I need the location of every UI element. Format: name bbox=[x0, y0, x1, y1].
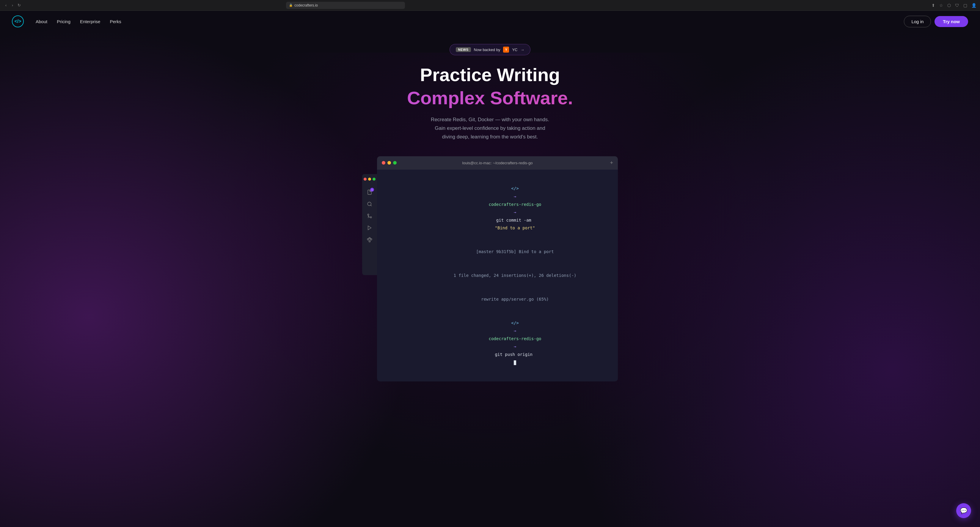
logo[interactable]: </> bbox=[12, 16, 24, 27]
sidebar-extensions-icon[interactable] bbox=[366, 237, 373, 243]
back-button[interactable]: ‹ bbox=[3, 3, 8, 8]
yc-logo: Y bbox=[503, 47, 509, 52]
browser-chrome: ‹ › ↻ 🔒 codecrafters.io ⬆ ☆ ⬡ 🛡 ▢ 👤 bbox=[0, 0, 980, 11]
profile-icon[interactable]: 👤 bbox=[971, 3, 977, 8]
terminal-line-4: rewrite app/server.go (65%) bbox=[385, 287, 609, 311]
svg-point-0 bbox=[368, 202, 371, 206]
sidebar-run-icon[interactable] bbox=[366, 225, 373, 231]
browser-nav-buttons: ‹ › ↻ bbox=[3, 3, 21, 8]
chat-button[interactable]: 💬 bbox=[956, 503, 971, 518]
login-button[interactable]: Log in bbox=[904, 16, 931, 27]
chat-icon: 💬 bbox=[960, 507, 967, 514]
splitview-icon[interactable]: ▢ bbox=[963, 3, 967, 8]
nav-pricing[interactable]: Pricing bbox=[57, 19, 70, 24]
svg-rect-5 bbox=[368, 238, 369, 240]
page-wrapper: </> About Pricing Enterprise Perks Log i… bbox=[0, 11, 980, 387]
terminal-close-dot[interactable] bbox=[382, 161, 385, 165]
terminal-wrapper: 1 bbox=[362, 156, 618, 381]
reload-button[interactable]: ↻ bbox=[17, 3, 21, 8]
hero-title-line1: Practice Writing bbox=[6, 65, 974, 85]
nav-enterprise[interactable]: Enterprise bbox=[80, 19, 100, 24]
sidebar-dots bbox=[364, 178, 375, 181]
shield-icon[interactable]: 🛡 bbox=[955, 3, 959, 8]
term-arrow-1b: → bbox=[511, 210, 519, 214]
term-arrow-5b: → bbox=[511, 344, 519, 349]
nav-about[interactable]: About bbox=[36, 19, 47, 24]
subtitle-line2: Gain expert-level confidence by taking a… bbox=[435, 125, 545, 131]
extension-icon[interactable]: ⬡ bbox=[947, 3, 951, 8]
svg-rect-8 bbox=[369, 241, 371, 242]
nav-actions: Log in Try now bbox=[904, 16, 968, 27]
news-badge[interactable]: NEWS Now backed by Y YC → bbox=[450, 44, 531, 55]
nav-perks[interactable]: Perks bbox=[110, 19, 121, 24]
svg-point-3 bbox=[368, 214, 369, 215]
term-path-1: codecrafters-redis-go bbox=[489, 202, 541, 207]
svg-marker-4 bbox=[368, 226, 371, 230]
terminal-main: louis@cc.io-mac: ~/codecrafters-redis-go… bbox=[377, 156, 618, 381]
share-icon[interactable]: ⬆ bbox=[932, 3, 935, 8]
logo-icon: </> bbox=[12, 16, 24, 27]
try-now-button[interactable]: Try now bbox=[934, 16, 968, 27]
svg-point-2 bbox=[370, 217, 372, 218]
news-tag: NEWS bbox=[456, 47, 471, 52]
terminal-cursor bbox=[514, 360, 516, 365]
news-text: Now backed by bbox=[474, 48, 500, 52]
hero-subtitle: Recreate Redis, Git, Docker — with your … bbox=[428, 116, 552, 141]
yc-label: YC bbox=[512, 48, 517, 52]
term-path-5: codecrafters-redis-go bbox=[489, 336, 541, 341]
sidebar-files-icon[interactable]: 1 bbox=[366, 189, 373, 195]
svg-rect-7 bbox=[369, 237, 371, 239]
terminal-line-5: </> → codecrafters-redis-go → git push o… bbox=[385, 311, 609, 374]
url-bar[interactable]: 🔒 codecrafters.io bbox=[286, 2, 405, 9]
term-output-2: [master 9b31f5b] Bind to a port bbox=[476, 249, 554, 254]
files-badge: 1 bbox=[370, 188, 374, 192]
subtitle-line3: diving deep, learning from the world's b… bbox=[442, 134, 538, 140]
sidebar-dot-red bbox=[364, 178, 367, 181]
terminal-container: 1 bbox=[362, 156, 618, 381]
subtitle-line1: Recreate Redis, Git, Docker — with your … bbox=[431, 117, 549, 122]
hero-title-line2: Complex Software. bbox=[6, 87, 974, 108]
sidebar-dot-yellow bbox=[368, 178, 371, 181]
news-arrow: → bbox=[520, 48, 524, 52]
svg-rect-6 bbox=[371, 238, 372, 240]
forward-button[interactable]: › bbox=[10, 3, 15, 8]
term-arrow-5: → bbox=[511, 328, 519, 333]
nav-links: About Pricing Enterprise Perks bbox=[36, 19, 121, 24]
terminal-titlebar: louis@cc.io-mac: ~/codecrafters-redis-go… bbox=[377, 156, 618, 170]
terminal-minimize-dot[interactable] bbox=[387, 161, 391, 165]
browser-actions: ⬆ ☆ ⬡ 🛡 ▢ 👤 bbox=[932, 3, 977, 8]
vscode-sidebar: 1 bbox=[362, 174, 377, 275]
sidebar-search-icon[interactable] bbox=[366, 201, 373, 207]
term-prompt-1: </> bbox=[511, 186, 519, 191]
terminal-line-2: [master 9b31f5b] Bind to a port bbox=[385, 240, 609, 264]
terminal-maximize-dot[interactable] bbox=[393, 161, 397, 165]
term-cmd-5: git push origin bbox=[495, 352, 535, 357]
term-arrow-1: → bbox=[511, 194, 519, 199]
svg-line-1 bbox=[371, 205, 371, 206]
hero-section: NEWS Now backed by Y YC → Practice Writi… bbox=[0, 32, 980, 387]
star-icon[interactable]: ☆ bbox=[939, 3, 943, 8]
terminal-line-3: 1 file changed, 24 insertions(+), 26 del… bbox=[385, 264, 609, 287]
term-output-3: 1 file changed, 24 insertions(+), 26 del… bbox=[454, 273, 576, 278]
terminal-body: </> → codecrafters-redis-go → git commit… bbox=[377, 170, 618, 381]
terminal-new-tab[interactable]: + bbox=[610, 160, 613, 166]
term-output-4: rewrite app/server.go (65%) bbox=[481, 297, 549, 302]
terminal-traffic-lights bbox=[382, 161, 397, 165]
sidebar-git-icon[interactable] bbox=[366, 213, 373, 219]
url-text: codecrafters.io bbox=[294, 3, 318, 8]
term-string-1: "Bind to a port" bbox=[495, 225, 535, 230]
navbar: </> About Pricing Enterprise Perks Log i… bbox=[0, 11, 980, 32]
term-cmd-1: git commit -am bbox=[496, 218, 534, 222]
logo-symbol: </> bbox=[14, 19, 21, 24]
lock-icon: 🔒 bbox=[289, 3, 293, 7]
terminal-title: louis@cc.io-mac: ~/codecrafters-redis-go bbox=[462, 161, 533, 165]
terminal-line-1: </> → codecrafters-redis-go → git commit… bbox=[385, 177, 609, 240]
sidebar-dot-green bbox=[372, 178, 375, 181]
term-prompt-5: </> bbox=[511, 321, 519, 325]
